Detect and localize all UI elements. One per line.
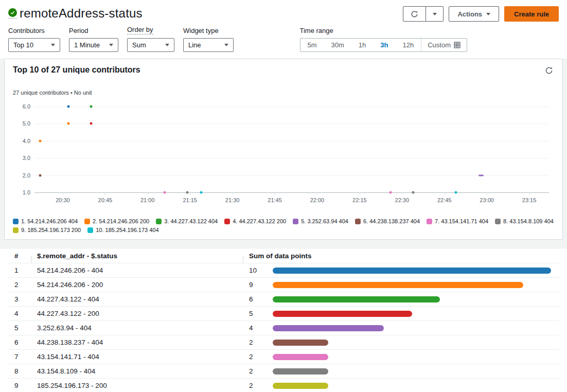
legend-swatch — [87, 227, 93, 233]
table-row[interactable]: 53.252.63.94 - 4044 — [8, 321, 559, 335]
x-axis-label: 21:00 — [140, 197, 155, 203]
table-body: 154.214.246.206 - 40410254.214.246.206 -… — [8, 263, 559, 392]
period-select[interactable]: 1 Minute — [69, 38, 118, 52]
chart-title: Top 10 of 27 unique contributors — [13, 65, 140, 75]
sum-bar-track — [273, 383, 551, 389]
widget-type-label: Widget type — [183, 27, 219, 34]
time-range-option-custom[interactable]: Custom — [421, 39, 467, 51]
rank-cell: 7 — [8, 353, 31, 361]
x-axis-tick — [402, 192, 402, 194]
key-cell: 44.227.43.122 - 200 — [31, 310, 243, 317]
x-axis-label: 22:15 — [352, 197, 367, 203]
x-axis-label: 21:30 — [225, 197, 240, 203]
table-row[interactable]: 644.238.138.237 - 4042 — [8, 335, 559, 350]
x-axis-label: 23:00 — [480, 197, 494, 203]
legend-swatch — [84, 219, 90, 224]
legend-item[interactable]: 6. 44.238.138.237 404 — [355, 218, 420, 224]
rank-cell: 1 — [8, 266, 31, 274]
time-range-option-30m[interactable]: 30m — [324, 39, 351, 51]
legend-label: 5. 3.252.63.94 404 — [301, 218, 348, 224]
x-axis-label: 22:30 — [395, 197, 410, 203]
legend-item[interactable]: 10. 185.254.196.173 404 — [87, 227, 158, 233]
x-axis-tick — [63, 192, 63, 194]
x-axis-tick — [445, 192, 445, 194]
refresh-options-button[interactable] — [426, 6, 444, 22]
legend-swatch — [13, 227, 19, 233]
contributors-select[interactable]: Top 10 — [8, 38, 60, 52]
caret-down-icon — [109, 44, 113, 46]
legend-item[interactable]: 5. 3.252.63.94 404 — [293, 218, 348, 224]
sum-bar-track — [273, 311, 551, 317]
sum-cell: 2 — [243, 338, 559, 346]
caret-down-icon — [165, 44, 169, 46]
table-row[interactable]: 743.154.141.71 - 4042 — [8, 350, 559, 364]
widget-type-select[interactable]: Line — [183, 38, 234, 52]
data-point — [67, 105, 69, 108]
x-axis-label: 20:30 — [56, 197, 70, 203]
data-point — [67, 122, 69, 125]
legend-item[interactable]: 7. 43.154.141.71 404 — [427, 218, 488, 224]
rank-cell: 2 — [8, 281, 31, 289]
refresh-button[interactable] — [403, 6, 426, 22]
x-axis-tick — [275, 192, 275, 194]
chart-refresh-button[interactable] — [544, 65, 554, 77]
legend-item[interactable]: 1. 54.214.246.206 404 — [13, 218, 78, 224]
contributors-chart-panel: Top 10 of 27 unique contributors 27 uniq… — [4, 59, 563, 240]
create-rule-button[interactable]: Create rule — [504, 6, 559, 22]
time-range-option-3h[interactable]: 3h — [373, 39, 395, 51]
sum-cell: 6 — [243, 295, 559, 303]
sum-bar — [273, 383, 328, 389]
legend-item[interactable]: 4. 44.227.43.122 200 — [224, 218, 286, 224]
gridline — [34, 192, 549, 193]
column-header-key[interactable]: $.remote_addr - $.status — [31, 252, 243, 260]
time-range-option-12h[interactable]: 12h — [396, 39, 421, 51]
legend-label: 8. 43.154.8.109 404 — [503, 218, 554, 224]
contributors-label: Contributors — [8, 27, 45, 34]
legend-item[interactable]: 3. 44.227.43.122 404 — [156, 218, 218, 224]
time-range-control: 5m30m1h3h12h Custom — [300, 38, 468, 52]
sum-bar — [273, 296, 440, 302]
table-row[interactable]: 843.154.8.109 - 4042 — [8, 364, 559, 379]
column-header-rank[interactable]: # — [8, 252, 31, 260]
gridline — [34, 158, 549, 158]
data-point — [200, 191, 203, 194]
x-axis-tick — [317, 192, 317, 194]
time-range-option-5m[interactable]: 5m — [300, 39, 324, 51]
refresh-icon — [411, 10, 418, 18]
table-row[interactable]: 254.214.246.206 - 2009 — [8, 278, 559, 292]
x-axis-label: 21:15 — [183, 197, 197, 203]
chart-plot[interactable]: 1.02.03.04.05.06.020:3020:4521:0021:1521… — [34, 99, 549, 192]
legend-item[interactable]: 8. 43.154.8.109 404 — [495, 218, 554, 224]
table-row[interactable]: 154.214.246.206 - 40410 — [8, 263, 559, 278]
time-range-option-1h[interactable]: 1h — [351, 39, 373, 51]
rank-cell: 8 — [8, 367, 31, 375]
legend-item[interactable]: 9. 185.254.196.173 200 — [13, 227, 81, 233]
y-axis-label: 1.0 — [13, 189, 30, 195]
actions-button[interactable]: Actions — [449, 6, 499, 22]
key-cell: 43.154.141.71 - 404 — [31, 353, 243, 361]
sum-bar-track — [273, 354, 551, 360]
table-row[interactable]: 344.227.43.122 - 4046 — [8, 292, 559, 307]
x-axis-label: 22:45 — [437, 197, 452, 203]
time-range-options: 5m30m1h3h12h — [300, 39, 421, 51]
x-axis-label: 21:45 — [268, 197, 282, 203]
chart-subtitle: 27 unique contributors • No unit — [13, 90, 554, 96]
x-axis-label: 23:15 — [522, 197, 537, 203]
legend-item[interactable]: 2. 54.214.246.206 200 — [84, 218, 149, 224]
sum-bar — [273, 268, 551, 274]
rule-status-indicator[interactable] — [8, 8, 17, 19]
check-circle-icon — [8, 8, 17, 17]
table-row[interactable]: 9185.254.196.173 - 2002 — [8, 379, 559, 392]
column-header-sum[interactable]: Sum of data points — [243, 252, 559, 260]
sum-cell: 10 — [243, 266, 559, 274]
rank-cell: 6 — [8, 338, 31, 346]
sum-value: 5 — [249, 310, 269, 317]
order-by-select[interactable]: Sum — [127, 38, 174, 52]
rank-cell: 4 — [8, 310, 31, 317]
sum-bar — [273, 311, 412, 317]
legend-label: 7. 43.154.141.71 404 — [435, 218, 488, 224]
data-point — [479, 174, 484, 176]
table-row[interactable]: 444.227.43.122 - 2005 — [8, 307, 559, 321]
custom-range-label: Custom — [428, 41, 451, 49]
legend-label: 4. 44.227.43.122 200 — [233, 218, 286, 224]
